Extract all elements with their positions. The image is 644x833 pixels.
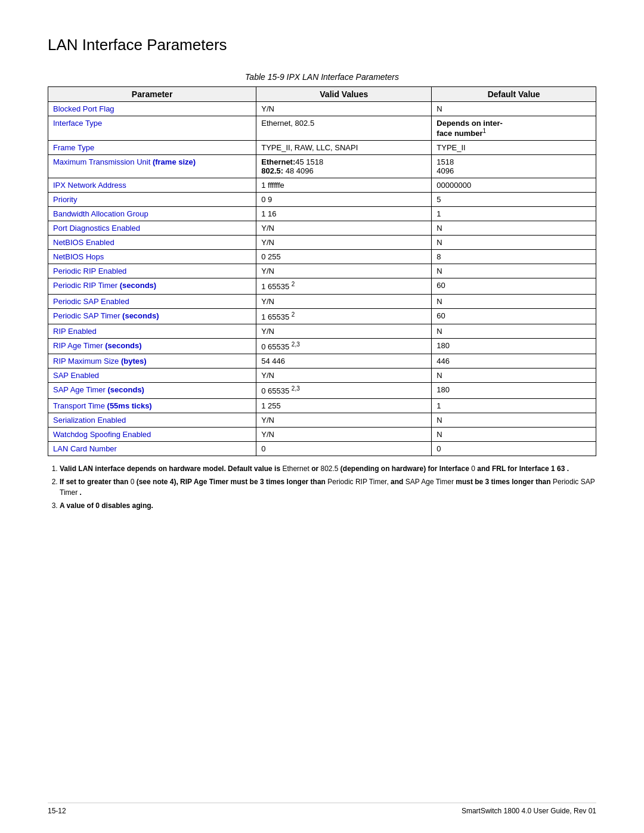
table-row: Periodic SAP EnabledY/NN [48, 294, 596, 308]
default-cell: N [432, 413, 596, 427]
valid-cell: Y/N [256, 236, 432, 250]
note-2: If set to greater than 0 (see note 4), R… [60, 476, 596, 498]
default-cell: Depends on inter- face number1 [432, 116, 596, 141]
table-row: Periodic RIP Timer (seconds)1 65535 260 [48, 278, 596, 294]
table-row: Blocked Port FlagY/NN [48, 102, 596, 116]
valid-cell: 1 65535 2 [256, 278, 432, 294]
valid-cell: 54 446 [256, 354, 432, 368]
header-parameter: Parameter [48, 87, 256, 102]
param-cell: Periodic RIP Timer (seconds) [48, 278, 256, 294]
page-footer: 15-12 SmartSwitch 1800 4.0 User Guide, R… [48, 803, 596, 815]
param-cell: Periodic SAP Enabled [48, 294, 256, 308]
param-cell: Frame Type [48, 141, 256, 155]
default-cell: 446 [432, 354, 596, 368]
valid-cell: TYPE_II, RAW, LLC, SNAPI [256, 141, 432, 155]
page-title: LAN Interface Parameters [48, 36, 596, 54]
table-row: NetBIOS EnabledY/NN [48, 236, 596, 250]
table-row: Port Diagnostics EnabledY/NN [48, 221, 596, 236]
param-cell: Periodic RIP Enabled [48, 264, 256, 278]
valid-cell: 0 65535 2,3 [256, 338, 432, 354]
table-row: Periodic SAP Timer (seconds)1 65535 260 [48, 308, 596, 324]
valid-cell: 0 9 [256, 193, 432, 207]
table-row: Maximum Transmission Unit (frame size)Et… [48, 155, 596, 178]
param-cell: Bandwidth Allocation Group [48, 207, 256, 221]
param-cell: RIP Age Timer (seconds) [48, 338, 256, 354]
valid-cell: 1 255 [256, 398, 432, 413]
table-row: SAP Age Timer (seconds)0 65535 2,3180 [48, 383, 596, 398]
note-3: A value of 0 disables aging. [60, 500, 596, 511]
param-cell: LAN Card Number [48, 441, 256, 456]
table-row: Watchdog Spoofing EnabledY/NN [48, 427, 596, 441]
valid-cell: Y/N [256, 102, 432, 116]
param-cell: Maximum Transmission Unit (frame size) [48, 155, 256, 178]
param-cell: Serialization Enabled [48, 413, 256, 427]
default-cell: 8 [432, 250, 596, 264]
table-row: Frame TypeTYPE_II, RAW, LLC, SNAPITYPE_I… [48, 141, 596, 155]
valid-cell: Y/N [256, 368, 432, 383]
param-cell: IPX Network Address [48, 178, 256, 193]
valid-cell: Y/N [256, 264, 432, 278]
valid-cell: Y/N [256, 294, 432, 308]
default-cell: N [432, 427, 596, 441]
valid-cell: Ethernet, 802.5 [256, 116, 432, 141]
footer-page-number: 15-12 [48, 807, 66, 815]
table-row: NetBIOS Hops0 2558 [48, 250, 596, 264]
table-row: Interface TypeEthernet, 802.5Depends on … [48, 116, 596, 141]
valid-cell: Ethernet:45 1518802.5: 48 4096 [256, 155, 432, 178]
table-row: SAP EnabledY/NN [48, 368, 596, 383]
param-cell: Watchdog Spoofing Enabled [48, 427, 256, 441]
default-cell: 60 [432, 278, 596, 294]
table-row: Bandwidth Allocation Group1 161 [48, 207, 596, 221]
default-cell: N [432, 102, 596, 116]
table-row: RIP EnabledY/NN [48, 324, 596, 338]
valid-cell: 0 255 [256, 250, 432, 264]
param-cell: SAP Enabled [48, 368, 256, 383]
param-cell: Priority [48, 193, 256, 207]
param-cell: Periodic SAP Timer (seconds) [48, 308, 256, 324]
default-cell: 1 [432, 398, 596, 413]
valid-cell: 1 16 [256, 207, 432, 221]
valid-cell: 1 ffffffe [256, 178, 432, 193]
default-cell: 60 [432, 308, 596, 324]
default-cell: N [432, 264, 596, 278]
default-cell: 5 [432, 193, 596, 207]
table-header-row: Parameter Valid Values Default Value [48, 87, 596, 102]
table-row: IPX Network Address1 ffffffe00000000 [48, 178, 596, 193]
table-row: Serialization EnabledY/NN [48, 413, 596, 427]
default-cell: N [432, 368, 596, 383]
valid-cell: 1 65535 2 [256, 308, 432, 324]
table-row: RIP Maximum Size (bytes)54 446446 [48, 354, 596, 368]
table-row: LAN Card Number00 [48, 441, 596, 456]
param-cell: SAP Age Timer (seconds) [48, 383, 256, 398]
table-row: Priority0 95 [48, 193, 596, 207]
table-row: RIP Age Timer (seconds)0 65535 2,3180 [48, 338, 596, 354]
table-row: Periodic RIP EnabledY/NN [48, 264, 596, 278]
page-container: LAN Interface Parameters Table 15-9 IPX … [0, 0, 644, 833]
valid-cell: Y/N [256, 324, 432, 338]
table-caption: Table 15-9 IPX LAN Interface Parameters [48, 72, 596, 82]
footer-doc-title: SmartSwitch 1800 4.0 User Guide, Rev 01 [462, 807, 596, 815]
header-default-value: Default Value [432, 87, 596, 102]
valid-cell: 0 [256, 441, 432, 456]
param-cell: Transport Time (55ms ticks) [48, 398, 256, 413]
param-cell: NetBIOS Hops [48, 250, 256, 264]
default-cell: 180 [432, 338, 596, 354]
param-cell: Port Diagnostics Enabled [48, 221, 256, 236]
valid-cell: 0 65535 2,3 [256, 383, 432, 398]
valid-cell: Y/N [256, 221, 432, 236]
default-cell: 15184096 [432, 155, 596, 178]
param-cell: RIP Enabled [48, 324, 256, 338]
param-cell: Blocked Port Flag [48, 102, 256, 116]
default-cell: 1 [432, 207, 596, 221]
default-cell: N [432, 294, 596, 308]
notes-section: Valid LAN interface depends on hardware … [48, 463, 596, 511]
header-valid-values: Valid Values [256, 87, 432, 102]
default-cell: 180 [432, 383, 596, 398]
default-cell: N [432, 236, 596, 250]
default-cell: 0 [432, 441, 596, 456]
table-row: Transport Time (55ms ticks)1 2551 [48, 398, 596, 413]
valid-cell: Y/N [256, 427, 432, 441]
default-cell: N [432, 221, 596, 236]
params-table: Parameter Valid Values Default Value Blo… [48, 86, 596, 456]
note-1: Valid LAN interface depends on hardware … [60, 463, 596, 474]
